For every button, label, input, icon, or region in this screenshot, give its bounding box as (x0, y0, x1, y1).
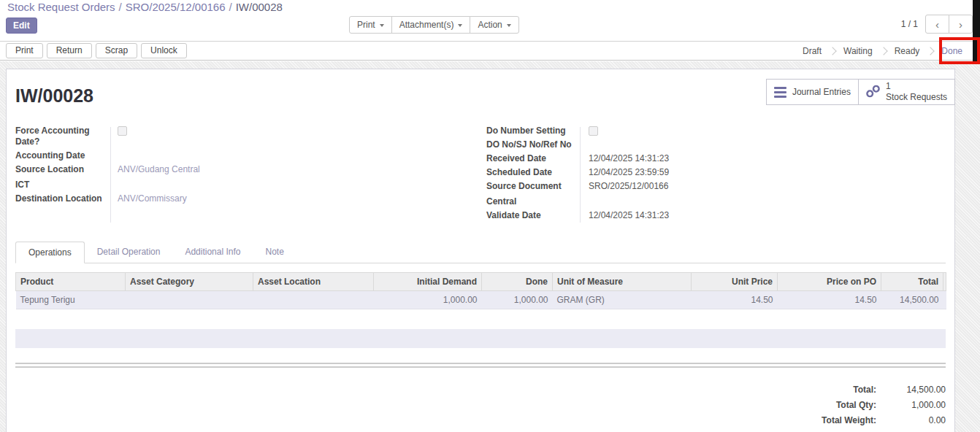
chevron-down-icon (458, 24, 462, 27)
step-arrow-icon (828, 47, 836, 55)
unlock-button[interactable]: Unlock (141, 43, 187, 58)
scrap-button[interactable]: Scrap (96, 43, 137, 58)
total-label: Total: (853, 385, 876, 395)
journal-entries-button[interactable]: Journal Entries (766, 79, 859, 105)
column-header-spacer (943, 273, 946, 291)
total-qty-label: Total Qty: (836, 400, 876, 410)
column-header-asset-location: Asset Location (253, 273, 374, 291)
pager-previous-icon: ‹ (935, 18, 939, 31)
field-destination-location: Destination Location ANV/Commissary (15, 193, 486, 204)
tab-operations[interactable]: Operations (15, 242, 85, 263)
tab-detail-operation[interactable]: Detail Operation (85, 242, 173, 263)
form-sheet: Journal Entries 1 Stock Requests IW/0002… (6, 69, 955, 432)
notebook-tabs: Operations Detail Operation Additional I… (15, 242, 946, 263)
control-panel: Stock Request Orders/SRO/2025/12/00166/I… (0, 0, 980, 41)
cell-price-on-po: 14.50 (778, 291, 881, 309)
field-label: Scheduled Date (486, 167, 575, 178)
operations-table: Product Asset Category Asset Location In… (15, 272, 946, 309)
total-weight-row: Total Weight: 0.00 (741, 415, 946, 425)
return-button[interactable]: Return (47, 43, 92, 58)
total-value: 14,500.00 (876, 385, 946, 395)
pager-next-button[interactable]: › (949, 15, 973, 34)
field-label: Destination Location (15, 193, 104, 204)
cell-total: 14,500.00 (881, 291, 943, 309)
screen-edge-strip (973, 0, 980, 64)
do-number-setting-checkbox[interactable] (589, 126, 598, 136)
statusbar-steps: Draft Waiting Ready Done (803, 46, 962, 56)
field-label: Validate Date (486, 210, 575, 221)
field-label: Source Document (486, 181, 575, 192)
status-step-draft[interactable]: Draft (803, 46, 822, 56)
status-bar-buttons: Print Return Scrap Unlock (6, 43, 187, 58)
status-step-ready[interactable]: Ready (895, 46, 920, 56)
status-bar: Print Return Scrap Unlock Draft Waiting … (0, 41, 980, 61)
field-force-accounting-date: Force Accounting Date? (15, 126, 486, 147)
stock-requests-button[interactable]: 1 Stock Requests (858, 79, 955, 105)
field-central: Central (486, 196, 851, 207)
cell-done: 1,000.00 (482, 291, 553, 309)
breadcrumb-separator: / (226, 1, 236, 13)
force-accounting-date-checkbox[interactable] (118, 126, 127, 136)
stat-buttons: Journal Entries 1 Stock Requests (767, 79, 955, 105)
attachments-dropdown-label: Attachment(s) (399, 20, 454, 30)
action-dropdown-button[interactable]: Action (470, 16, 518, 34)
print-dropdown-button[interactable]: Print (349, 16, 392, 34)
field-label: Central (486, 196, 575, 207)
column-header-initial-demand: Initial Demand (374, 273, 482, 291)
column-header-unit-price: Unit Price (692, 273, 778, 291)
column-header-unit-of-measure: Unit of Measure (553, 273, 692, 291)
column-header-asset-category: Asset Category (126, 273, 253, 291)
stock-requests-count: 1 (886, 81, 947, 92)
field-do-number-setting: Do Number Setting (486, 126, 851, 136)
table-row[interactable]: Tepung Terigu 1,000.00 1,000.00 GRAM (GR… (16, 291, 946, 309)
field-group-left: Force Accounting Date? Accounting Date S… (15, 126, 486, 224)
pager: 1 / 1 ‹ › (901, 15, 973, 34)
pager-counter: 1 / 1 (901, 19, 918, 29)
column-header-done: Done (482, 273, 553, 291)
field-value: 12/04/2025 14:31:23 (589, 210, 669, 221)
attachments-dropdown-button[interactable]: Attachment(s) (391, 16, 471, 34)
print-dropdown-label: Print (357, 20, 375, 30)
field-label: Received Date (486, 153, 575, 164)
chevron-down-icon (380, 24, 384, 27)
cell-spacer (943, 291, 946, 309)
journal-entries-icon (774, 87, 786, 98)
edit-button[interactable]: Edit (6, 18, 37, 34)
field-label: Do Number Setting (486, 126, 575, 136)
print-button[interactable]: Print (6, 43, 43, 58)
table-footer-divider (15, 363, 946, 368)
table-header-row: Product Asset Category Asset Location In… (16, 273, 946, 291)
breadcrumb-stock-request-orders[interactable]: Stock Request Orders (7, 1, 115, 13)
tab-additional-info[interactable]: Additional Info (172, 242, 253, 263)
field-label: Source Location (15, 164, 104, 175)
cell-asset-category (126, 291, 253, 309)
field-accounting-date: Accounting Date (15, 150, 486, 161)
source-location-link[interactable]: ANV/Gudang Central (118, 164, 200, 175)
action-dropdown-label: Action (478, 20, 502, 30)
chevron-down-icon (507, 24, 511, 27)
field-label: DO No/SJ No/Ref No (486, 139, 575, 150)
step-arrow-icon (879, 47, 887, 55)
field-do-no: DO No/SJ No/Ref No (486, 139, 851, 150)
field-validate-date: Validate Date 12/04/2025 14:31:23 (486, 210, 851, 221)
field-groups: Force Accounting Date? Accounting Date S… (15, 126, 946, 224)
total-weight-value: 0.00 (876, 415, 946, 425)
destination-location-link[interactable]: ANV/Commissary (118, 193, 187, 204)
cell-unit-of-measure: GRAM (GR) (553, 291, 692, 309)
journal-entries-label: Journal Entries (792, 87, 851, 97)
field-label: Accounting Date (15, 150, 104, 161)
total-qty-row: Total Qty: 1,000.00 (741, 400, 946, 410)
tab-note[interactable]: Note (253, 242, 296, 263)
pager-next-icon: › (959, 18, 962, 31)
status-step-waiting[interactable]: Waiting (843, 46, 873, 56)
pager-previous-button[interactable]: ‹ (925, 15, 949, 34)
field-scheduled-date: Scheduled Date 12/04/2025 23:59:59 (486, 167, 851, 178)
status-step-done[interactable]: Done (941, 46, 962, 56)
cell-unit-price: 14.50 (692, 291, 778, 309)
field-value: SRO/2025/12/00166 (589, 181, 668, 192)
field-source-location: Source Location ANV/Gudang Central (15, 164, 486, 175)
cell-product: Tepung Terigu (16, 291, 126, 309)
field-value: 12/04/2025 23:59:59 (589, 167, 669, 178)
field-label: ICT (15, 180, 104, 190)
breadcrumb-sro-record[interactable]: SRO/2025/12/00166 (126, 1, 226, 13)
